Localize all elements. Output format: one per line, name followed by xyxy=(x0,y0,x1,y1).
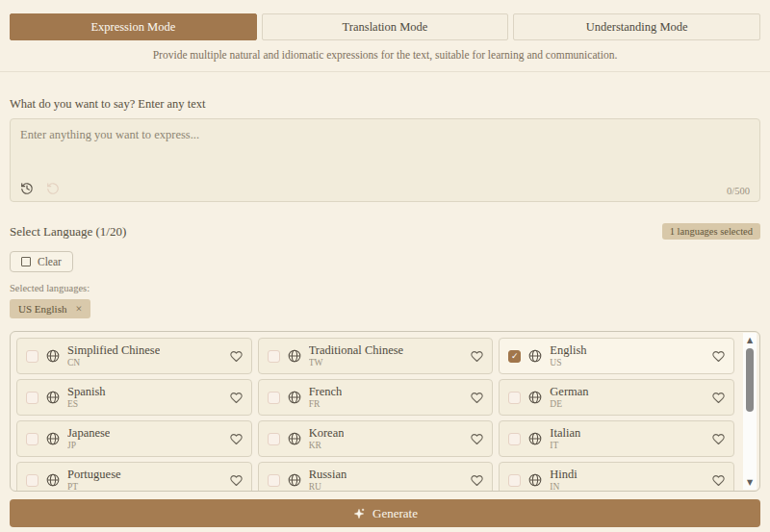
language-checkbox[interactable]: ✓ xyxy=(508,474,521,487)
heart-icon[interactable] xyxy=(230,433,243,445)
heart-icon[interactable] xyxy=(712,350,725,363)
language-checkbox[interactable]: ✓ xyxy=(508,392,521,404)
scroll-up-arrow[interactable]: ▲ xyxy=(743,334,757,346)
expression-textarea[interactable] xyxy=(11,119,759,175)
heart-icon[interactable] xyxy=(471,350,483,363)
generate-button[interactable]: Generate xyxy=(10,499,760,527)
language-checkbox[interactable]: ✓ xyxy=(508,350,521,363)
language-code: FR xyxy=(309,399,343,410)
language-section-header: Select Language (1/20) 1 languages selec… xyxy=(10,223,760,240)
language-text: German DE xyxy=(550,385,588,410)
divider xyxy=(0,71,770,72)
language-text: Simplified Chinese CN xyxy=(67,343,160,368)
language-name: Japanese xyxy=(67,426,110,441)
language-checkbox[interactable]: ✓ xyxy=(268,433,280,445)
language-card[interactable]: ✓ Simplified Chinese CN xyxy=(16,338,252,374)
language-name: Hindi xyxy=(550,468,577,482)
language-checkbox[interactable]: ✓ xyxy=(508,433,521,445)
heart-icon[interactable] xyxy=(471,433,483,445)
chip-close-icon[interactable]: × xyxy=(75,303,82,315)
language-name: German xyxy=(550,385,588,399)
globe-icon xyxy=(46,391,60,404)
language-card[interactable]: ✓ Italian IT xyxy=(499,420,734,457)
language-text: Russian RU xyxy=(309,468,347,492)
language-checkbox[interactable]: ✓ xyxy=(268,474,280,487)
language-card[interactable]: ✓ Traditional Chinese TW xyxy=(258,338,494,374)
language-card[interactable]: ✓ French FR xyxy=(258,379,494,416)
expression-page: Expression Mode Translation Mode Underst… xyxy=(0,0,770,527)
language-card[interactable]: ✓ Portuguese PT xyxy=(16,462,252,492)
language-name: Traditional Chinese xyxy=(309,343,404,358)
languages-selected-badge: 1 languages selected xyxy=(662,223,760,240)
language-card[interactable]: ✓ Spanish ES xyxy=(16,379,252,416)
language-card[interactable]: ✓ Russian RU xyxy=(258,462,494,492)
language-checkbox[interactable]: ✓ xyxy=(26,350,38,363)
language-checkbox[interactable]: ✓ xyxy=(26,433,38,445)
language-code: KR xyxy=(309,441,345,451)
language-text: Korean KR xyxy=(309,426,345,451)
heart-icon[interactable] xyxy=(230,474,243,487)
language-card[interactable]: ✓ Japanese JP xyxy=(16,420,252,457)
globe-icon xyxy=(528,391,542,404)
scroll-down-arrow[interactable]: ▼ xyxy=(743,476,757,489)
globe-icon xyxy=(288,391,301,404)
scrollbar[interactable]: ▲ ▼ xyxy=(743,333,757,490)
language-name: Simplified Chinese xyxy=(67,343,160,358)
selected-languages-label: Selected languages: xyxy=(10,283,760,293)
mode-tabs: Expression Mode Translation Mode Underst… xyxy=(10,13,760,40)
language-card[interactable]: ✓ Korean KR xyxy=(258,420,494,457)
language-text: English US xyxy=(550,343,586,368)
globe-icon xyxy=(46,473,60,487)
language-text: Spanish ES xyxy=(67,385,106,410)
language-checkbox[interactable]: ✓ xyxy=(268,350,280,363)
generate-button-label: Generate xyxy=(372,506,418,521)
globe-icon xyxy=(288,349,301,363)
language-card[interactable]: ✓ English US xyxy=(499,338,734,374)
globe-icon xyxy=(528,473,542,487)
language-card[interactable]: ✓ Hindi IN xyxy=(499,462,734,492)
language-card[interactable]: ✓ German DE xyxy=(499,379,734,416)
language-checkbox[interactable]: ✓ xyxy=(26,392,38,404)
selected-language-chip: US English × xyxy=(10,299,90,318)
language-checkbox[interactable]: ✓ xyxy=(268,392,280,404)
language-text: Portuguese PT xyxy=(67,468,121,492)
heart-icon[interactable] xyxy=(712,433,725,445)
history-icon[interactable] xyxy=(20,182,34,195)
checkbox-outline-icon xyxy=(21,257,31,266)
language-name: French xyxy=(309,385,343,399)
tab-expression-mode[interactable]: Expression Mode xyxy=(10,13,257,40)
textarea-tools xyxy=(20,182,60,195)
tab-translation-mode[interactable]: Translation Mode xyxy=(262,13,509,40)
language-text: French FR xyxy=(309,385,343,410)
tab-understanding-mode[interactable]: Understanding Mode xyxy=(513,13,760,40)
language-text: Traditional Chinese TW xyxy=(309,343,404,368)
language-code: TW xyxy=(309,358,404,368)
language-code: PT xyxy=(67,482,121,492)
language-checkbox[interactable]: ✓ xyxy=(26,474,38,487)
input-label: What do you want to say? Enter any text xyxy=(10,97,760,112)
language-list-container: ✓ Simplified Chinese CN ✓ Traditional Ch xyxy=(10,331,760,492)
language-name: Spanish xyxy=(67,385,106,399)
language-code: JP xyxy=(67,441,110,451)
heart-icon[interactable] xyxy=(712,474,725,487)
scrollbar-thumb[interactable] xyxy=(746,348,754,412)
globe-icon xyxy=(528,349,542,363)
chip-label: US English xyxy=(18,303,66,315)
language-name: Korean xyxy=(309,426,345,441)
language-code: DE xyxy=(550,399,588,410)
char-counter: 0/500 xyxy=(727,186,750,196)
select-language-heading: Select Language (1/20) xyxy=(10,224,126,240)
heart-icon[interactable] xyxy=(471,392,483,404)
heart-icon[interactable] xyxy=(230,350,243,363)
language-code: RU xyxy=(309,482,347,492)
clear-button[interactable]: Clear xyxy=(10,251,73,272)
language-name: Portuguese xyxy=(67,468,121,482)
heart-icon[interactable] xyxy=(230,392,243,404)
heart-icon[interactable] xyxy=(712,392,725,404)
globe-icon xyxy=(46,432,60,445)
clear-button-label: Clear xyxy=(38,256,62,267)
mode-description: Provide multiple natural and idiomatic e… xyxy=(10,49,760,61)
heart-icon[interactable] xyxy=(471,474,483,487)
checkmark-icon: ✓ xyxy=(511,352,519,361)
language-text: Hindi IN xyxy=(550,468,577,492)
